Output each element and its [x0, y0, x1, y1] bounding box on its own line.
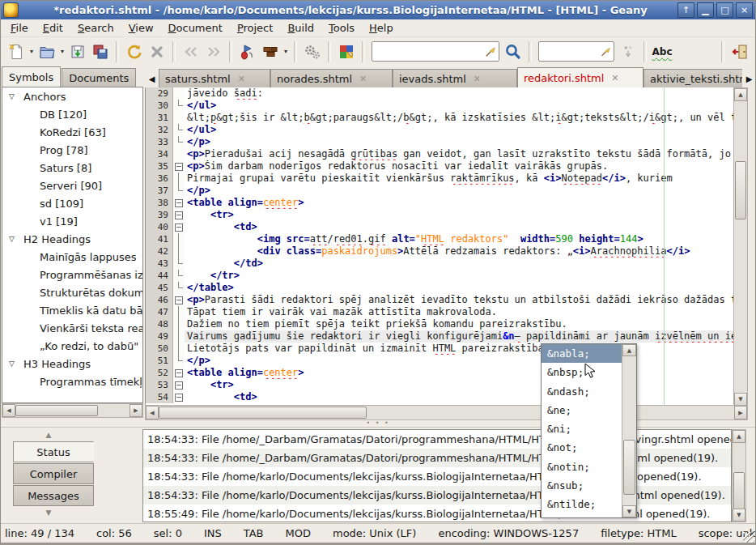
code-line[interactable]: 33</p> [146, 136, 734, 148]
autocomplete-item[interactable]: &not; [542, 438, 622, 457]
tree-item[interactable]: Saturs [8] [2, 159, 142, 177]
code-line[interactable]: 43 </td> [146, 258, 734, 270]
execute-button[interactable] [301, 40, 324, 63]
menu-help[interactable]: Help [362, 20, 401, 36]
build-button[interactable] [259, 40, 282, 63]
scroll-down-arrow[interactable]: ▼ [734, 393, 747, 406]
fold-marker[interactable] [173, 197, 185, 209]
shade-button[interactable]: ↑ [677, 2, 694, 18]
code-line[interactable]: 54 <td> [146, 391, 734, 403]
code-line[interactable]: 31&lt;p&gt;šis ir &lt;b&gt;paraugs&lt;/b… [146, 112, 734, 124]
status-message[interactable]: 18:54:33: File /home/_Darbam/Gramatas/Da… [143, 449, 731, 467]
line-number[interactable]: 29 [146, 87, 173, 100]
tab-close-icon[interactable]: ✕ [359, 74, 367, 84]
fold-marker[interactable] [173, 391, 185, 403]
code-line[interactable]: 41 <img src=att/red01.gif alt="HTML reda… [146, 233, 734, 245]
panel-splitter[interactable]: • • • [0, 419, 756, 427]
line-number[interactable]: 51 [146, 355, 173, 367]
tree-item[interactable]: Serveri [90] [2, 177, 142, 194]
editor-vscrollbar[interactable]: ▲ ▼ [733, 87, 748, 407]
menu-file[interactable]: File [3, 20, 36, 36]
tab-close-icon[interactable]: ✕ [238, 74, 245, 84]
goto-line-entry[interactable] [538, 41, 614, 62]
messages-vscrollbar[interactable]: ▲ ▼ [732, 429, 746, 522]
tree-item[interactable]: Vienkārši teksta rea [2, 319, 142, 337]
code-line[interactable]: 29jāveido šadi: [146, 87, 734, 100]
line-number[interactable]: 31 [146, 112, 173, 124]
scroll-thumb[interactable] [15, 405, 98, 416]
new-file-dropdown[interactable]: ▾ [28, 40, 36, 63]
fold-marker[interactable] [173, 367, 185, 379]
line-number[interactable]: 32 [146, 124, 173, 136]
code-line[interactable]: 47Tāpat tiem ir vairāk vai mazāk attīstī… [146, 306, 734, 318]
sidebar-tab-documents[interactable]: Documents [62, 68, 136, 87]
tree-item[interactable]: Tīmeklis kā datu bā [2, 301, 142, 319]
line-number[interactable]: 36 [146, 172, 173, 185]
sidebar-tab-symbols[interactable]: Symbols [2, 66, 61, 87]
code-line[interactable]: 49Vairums gadījumu šie redaktori ir vieg… [146, 330, 734, 343]
tree-item[interactable]: KoRedzi [63] [2, 123, 142, 141]
fold-marker[interactable] [173, 294, 185, 306]
code-line[interactable]: 38<table align=center> [146, 197, 734, 209]
tree-item[interactable]: sd [109] [2, 194, 142, 212]
tree-item[interactable]: Strukturētas dokum [2, 283, 142, 301]
popup-vscrollbar[interactable]: ▲ ▼ [622, 344, 636, 517]
status-message[interactable]: 18:55:49: File /home/karlo/Documents/lek… [143, 505, 731, 522]
tree-item[interactable]: DB [120] [2, 105, 142, 123]
search-input[interactable] [375, 41, 485, 62]
autocomplete-item[interactable]: &nbsp; [542, 363, 622, 381]
tree-item[interactable]: v1 [19] [2, 212, 142, 230]
editor-hscrollbar[interactable]: ◀ ▶ [145, 405, 748, 420]
minimize-button[interactable]: ▁ [697, 2, 714, 18]
navigate-forward-button[interactable] [202, 40, 225, 63]
line-number[interactable]: 41 [146, 233, 173, 245]
scroll-up-arrow[interactable]: ▲ [734, 88, 747, 101]
expander-icon[interactable]: ▽ [9, 235, 19, 243]
fold-marker[interactable] [173, 379, 185, 391]
status-message[interactable]: 18:54:33: File /home/_Darbam/Gramatas/Da… [143, 430, 731, 449]
line-number[interactable]: 43 [146, 258, 173, 270]
tree-group[interactable]: ▽H2 Headings [2, 230, 142, 248]
line-number[interactable]: 37 [146, 185, 173, 197]
code-line[interactable]: 48Dažiem no tiem piemīt spēja teikt prie… [146, 318, 734, 330]
scroll-up-arrow[interactable]: ▲ [622, 344, 636, 356]
code-editor[interactable]: 29jāveido šadi:30</ul>31&lt;p&gt;šis ir … [145, 87, 734, 405]
menu-build[interactable]: Build [280, 20, 321, 36]
quit-button[interactable] [728, 40, 751, 63]
code-line[interactable]: 35<p>Šim darbam noderīgos redaktorus nos… [146, 160, 734, 172]
new-file-button[interactable] [5, 40, 28, 63]
close-button[interactable]: × [736, 2, 753, 18]
fold-marker[interactable] [173, 160, 185, 172]
line-number[interactable]: 40 [146, 221, 173, 233]
menu-document[interactable]: Document [161, 20, 230, 36]
panel-tab-status[interactable]: Status [13, 441, 94, 462]
scroll-left-arrow[interactable]: ◀ [146, 406, 159, 419]
fold-marker[interactable] [173, 209, 185, 221]
code-line[interactable]: 39 <tr> [146, 209, 734, 221]
autocomplete-item[interactable]: &nsub; [542, 476, 622, 495]
tabs-scroll-right-icon[interactable]: ▶ [742, 70, 756, 87]
line-number[interactable]: 33 [146, 136, 173, 148]
tree-group[interactable]: ▽H3 Headings [2, 355, 142, 373]
file-tab[interactable]: ievads.shtml✕ [393, 69, 517, 87]
line-number[interactable]: 52 [146, 367, 173, 379]
tree-item[interactable]: „Ko redzi, to dabū" [2, 337, 142, 355]
spell-check-button[interactable]: Abc [651, 40, 673, 63]
menu-edit[interactable]: Edit [36, 20, 70, 36]
line-number[interactable]: 44 [146, 270, 173, 282]
tree-item[interactable]: Programmas tīmekļ [2, 373, 142, 390]
save-all-button[interactable] [89, 40, 112, 63]
scroll-thumb[interactable] [735, 161, 746, 219]
code-line[interactable]: 45</table> [146, 282, 734, 294]
scroll-down-arrow[interactable]: ▼ [622, 505, 636, 517]
line-number[interactable]: 42 [146, 245, 173, 258]
expander-icon[interactable]: ▽ [9, 92, 19, 100]
menu-search[interactable]: Search [70, 20, 121, 36]
scroll-down-arrow[interactable]: ▼ [733, 509, 745, 522]
resize-grip[interactable] [743, 532, 754, 543]
line-number[interactable]: 47 [146, 306, 173, 318]
code-line[interactable]: 42 <div class=paskaidrojums>Attēlā redza… [146, 245, 734, 258]
line-number[interactable]: 54 [146, 391, 173, 403]
expander-icon[interactable]: ▽ [9, 360, 19, 368]
panel-tab-messages[interactable]: Messages [13, 485, 94, 506]
